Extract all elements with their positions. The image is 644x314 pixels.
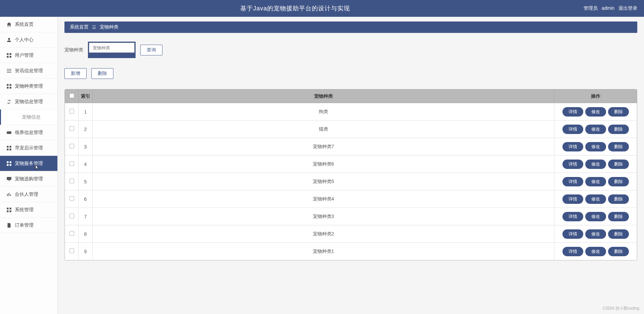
svg-rect-6 [7, 72, 11, 73]
detail-button[interactable]: 详情 [562, 247, 583, 256]
swap-icon [6, 99, 12, 105]
detail-button[interactable]: 详情 [562, 160, 583, 169]
svg-rect-21 [8, 180, 10, 181]
detail-button[interactable]: 详情 [562, 194, 583, 204]
cell-ops: 详情修改删除 [554, 243, 637, 260]
svg-rect-25 [7, 208, 8, 209]
detail-button[interactable]: 详情 [562, 177, 583, 186]
detail-button[interactable]: 详情 [562, 212, 583, 221]
detail-button[interactable]: 详情 [562, 107, 583, 117]
row-checkbox[interactable] [69, 179, 74, 183]
edit-button[interactable]: 修改 [585, 142, 606, 151]
edit-button[interactable]: 修改 [585, 194, 606, 204]
cell-type: 宠物种类5 [93, 173, 554, 190]
sidebar-item-7[interactable]: 领养信息管理 [0, 125, 57, 140]
sidebar-item-2[interactable]: 用户管理 [0, 48, 57, 63]
sidebar-item-9[interactable]: 宠物服务管理 [0, 156, 57, 171]
row-delete-button[interactable]: 删除 [608, 125, 629, 134]
cell-index: 3 [79, 138, 93, 155]
edit-button[interactable]: 修改 [585, 247, 606, 256]
search-button[interactable]: 查询 [140, 45, 162, 55]
row-checkbox[interactable] [69, 214, 74, 218]
svg-rect-10 [10, 87, 11, 88]
watermark: CSDN @小蔡coding [603, 306, 639, 311]
svg-rect-4 [7, 69, 11, 70]
sidebar-item-6[interactable]: 宠物信息 [0, 109, 57, 125]
cell-ops: 详情修改删除 [554, 155, 637, 173]
cell-type: 宠物种类7 [93, 138, 554, 155]
table-header-row: 索引 宠物种类 操作 [65, 90, 637, 103]
row-checkbox[interactable] [69, 196, 74, 201]
svg-rect-8 [10, 84, 11, 86]
edit-button[interactable]: 修改 [585, 125, 606, 134]
main-content: 系统首页 ☰ 宠物种类 宠物种类 查询 新增 删除 索引 宠物种类 [58, 17, 644, 314]
edit-button[interactable]: 修改 [585, 212, 606, 221]
detail-button[interactable]: 详情 [562, 125, 583, 134]
add-button[interactable]: 新增 [64, 68, 87, 79]
row-delete-button[interactable]: 删除 [608, 177, 629, 186]
svg-rect-19 [10, 164, 11, 166]
sidebar-item-label: 订单管理 [15, 222, 34, 228]
row-delete-button[interactable]: 删除 [608, 194, 629, 204]
svg-rect-27 [7, 210, 8, 212]
search-input[interactable] [89, 43, 135, 53]
row-delete-button[interactable]: 删除 [608, 107, 629, 117]
sidebar-item-13[interactable]: 订单管理 [0, 218, 57, 233]
row-checkbox[interactable] [69, 144, 74, 148]
sidebar-item-8[interactable]: 寻宠启示管理 [0, 140, 57, 156]
delete-button[interactable]: 删除 [91, 68, 113, 79]
cell-type: 宠物种类6 [93, 155, 554, 173]
cell-index: 8 [79, 225, 93, 243]
table-row: 4宠物种类6详情修改删除 [65, 155, 637, 173]
user-role: 管理员 [584, 5, 598, 11]
person-icon [6, 37, 12, 43]
svg-rect-15 [10, 148, 11, 150]
sidebar-item-0[interactable]: 系统首页 [0, 17, 57, 32]
row-checkbox[interactable] [69, 249, 74, 253]
sidebar-item-10[interactable]: 宠物选购管理 [0, 171, 57, 187]
row-checkbox[interactable] [69, 109, 74, 114]
svg-rect-23 [9, 193, 9, 196]
cell-index: 5 [79, 173, 93, 190]
sidebar-item-11[interactable]: 合伙人管理 [0, 187, 57, 202]
row-checkbox[interactable] [69, 161, 74, 166]
sidebar-item-1[interactable]: 个人中心 [0, 32, 57, 48]
breadcrumb-home[interactable]: 系统首页 [70, 24, 89, 30]
cell-type: 宠物种类1 [93, 243, 554, 260]
sidebar-item-5[interactable]: 宠物信息管理 [0, 94, 57, 109]
svg-rect-7 [7, 84, 8, 86]
svg-rect-20 [7, 177, 11, 180]
sidebar-item-label: 宠物信息 [22, 114, 41, 120]
row-delete-button[interactable]: 删除 [608, 247, 629, 256]
grid-icon [6, 207, 12, 213]
sidebar-item-4[interactable]: 宠物种类管理 [0, 79, 57, 94]
sidebar-item-3[interactable]: 资讯信息管理 [0, 63, 57, 79]
monitor-icon [6, 176, 12, 182]
edit-button[interactable]: 修改 [585, 160, 606, 169]
user-area: 管理员 admin 退出登录 [584, 5, 637, 11]
row-delete-button[interactable]: 删除 [608, 160, 629, 169]
header-index: 索引 [79, 90, 93, 103]
cell-index: 1 [79, 103, 93, 121]
sidebar-item-label: 宠物服务管理 [15, 161, 43, 167]
logout-link[interactable]: 退出登录 [618, 5, 637, 11]
detail-button[interactable]: 详情 [562, 142, 583, 151]
sidebar-item-12[interactable]: 系统管理 [0, 202, 57, 218]
select-all-checkbox[interactable] [69, 93, 74, 98]
row-checkbox[interactable] [69, 126, 74, 131]
grid-icon [6, 145, 12, 151]
sidebar-item-label: 资讯信息管理 [15, 68, 43, 74]
svg-rect-12 [7, 146, 8, 147]
row-checkbox[interactable] [69, 231, 74, 236]
edit-button[interactable]: 修改 [585, 229, 606, 239]
table-row: 3宠物种类7详情修改删除 [65, 138, 637, 155]
edit-button[interactable]: 修改 [585, 177, 606, 186]
row-delete-button[interactable]: 删除 [608, 229, 629, 239]
sidebar-item-label: 宠物种类管理 [15, 83, 43, 89]
edit-button[interactable]: 修改 [585, 107, 606, 117]
svg-rect-16 [7, 161, 8, 163]
row-delete-button[interactable]: 删除 [608, 212, 629, 221]
sidebar-item-label: 领养信息管理 [15, 130, 43, 136]
row-delete-button[interactable]: 删除 [608, 142, 629, 151]
detail-button[interactable]: 详情 [562, 229, 583, 239]
